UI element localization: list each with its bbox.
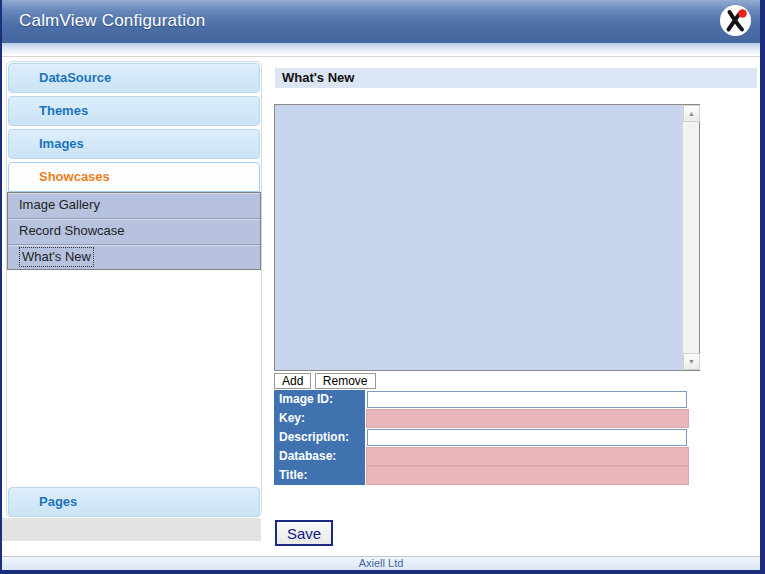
listbox-scrollbar[interactable]: ▲ ▼ <box>682 105 699 370</box>
description-label: Description: <box>274 428 365 447</box>
database-label: Database: <box>274 447 365 466</box>
submenu-item-image-gallery[interactable]: Image Gallery <box>8 193 260 219</box>
sidebar-item-images[interactable]: Images <box>8 129 260 159</box>
page-title: What's New <box>275 68 757 88</box>
form-row-description: Description: <box>274 428 690 447</box>
image-id-label: Image ID: <box>274 390 365 409</box>
listbox-toolbar: Add Remove <box>274 373 375 389</box>
footer-text: Axiell Ltd <box>359 557 404 569</box>
titlebar-fade <box>2 43 760 57</box>
database-field[interactable] <box>366 447 689 466</box>
title-label: Title: <box>274 466 365 485</box>
form-row-image-id: Image ID: <box>274 390 690 409</box>
image-id-field[interactable] <box>367 391 687 408</box>
title-bar: CalmView Configuration <box>2 0 760 43</box>
description-field[interactable] <box>367 429 687 446</box>
scroll-down-icon[interactable]: ▼ <box>683 353 700 370</box>
form-row-key: Key: <box>274 409 690 428</box>
axiell-logo-icon <box>719 4 752 37</box>
save-button[interactable]: Save <box>275 520 333 546</box>
title-field[interactable] <box>366 466 689 485</box>
app-window: CalmView Configuration DataSource Themes… <box>0 0 765 574</box>
whats-new-listbox[interactable]: ▲ ▼ <box>274 104 700 371</box>
form-row-title: Title: <box>274 466 690 485</box>
submenu-item-record-showcase[interactable]: Record Showcase <box>8 219 260 245</box>
window-title: CalmView Configuration <box>19 11 205 31</box>
sidebar: DataSource Themes Images Showcases Image… <box>6 61 262 517</box>
sidebar-item-showcases[interactable]: Showcases <box>8 162 260 192</box>
scroll-up-icon[interactable]: ▲ <box>683 105 700 122</box>
add-button[interactable]: Add <box>274 373 311 389</box>
sidebar-item-pages[interactable]: Pages <box>8 487 260 517</box>
sidebar-footer-strip <box>2 518 261 541</box>
remove-button[interactable]: Remove <box>315 373 376 389</box>
footer: Axiell Ltd <box>2 556 760 570</box>
sidebar-item-themes[interactable]: Themes <box>8 96 260 126</box>
record-form: Image ID: Key: Description: Database: Ti… <box>274 390 690 485</box>
key-label: Key: <box>274 409 365 428</box>
submenu-item-whats-new[interactable]: What's New <box>8 245 260 270</box>
showcases-submenu: Image Gallery Record Showcase What's New <box>7 192 261 270</box>
key-field[interactable] <box>366 409 689 428</box>
form-row-database: Database: <box>274 447 690 466</box>
sidebar-item-datasource[interactable]: DataSource <box>8 63 260 93</box>
submenu-item-whats-new-label: What's New <box>19 247 94 267</box>
